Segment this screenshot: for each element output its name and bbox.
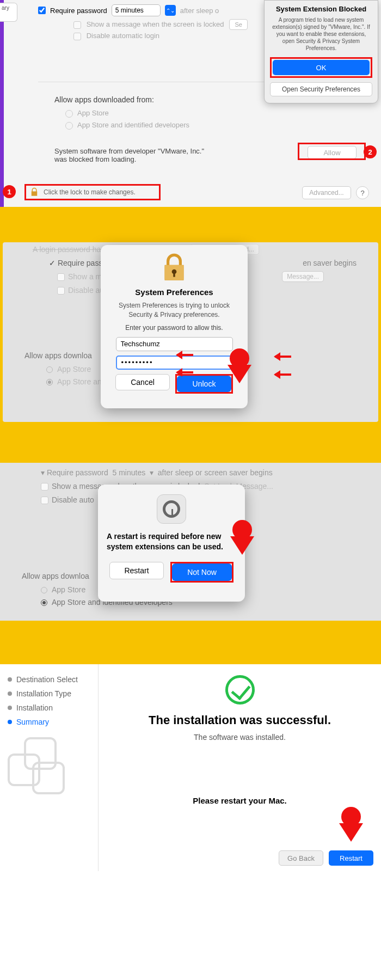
window-edge bbox=[0, 0, 4, 207]
success-heading: The installation was successful. bbox=[109, 713, 370, 727]
highlight-box-unlock: Unlock bbox=[175, 374, 233, 394]
not-now-button[interactable]: Not Now bbox=[172, 564, 232, 581]
require-password-value: 5 minutes bbox=[115, 7, 144, 14]
restart-button[interactable]: Restart bbox=[109, 562, 164, 579]
popup-title: System Extension Blocked bbox=[270, 5, 372, 13]
bg-radio-appstore: App Store bbox=[57, 365, 91, 373]
bg-disable-autologin: Disable auto bbox=[52, 495, 94, 504]
lock-large-icon bbox=[159, 253, 189, 283]
step-installation-type: Installation Type bbox=[8, 689, 90, 698]
highlight-box-ok: OK bbox=[270, 57, 372, 78]
auth-dialog-message: System Preferences is trying to unlock S… bbox=[112, 301, 237, 320]
unlock-button[interactable]: Unlock bbox=[177, 376, 231, 392]
bg-allow-apps-heading: Allow apps downloa bbox=[24, 351, 92, 360]
bg-require-password: Require pass bbox=[58, 259, 103, 267]
system-prefs-icon bbox=[157, 494, 186, 524]
restart-dialog: A restart is required before new system … bbox=[98, 485, 245, 602]
step-destination-select: Destination Select bbox=[8, 675, 90, 684]
step-installation: Installation bbox=[8, 703, 90, 712]
bg-radio-identified: App Store an bbox=[57, 377, 102, 386]
lock-icon bbox=[29, 187, 39, 197]
highlight-box-notnow: Not Now bbox=[170, 562, 233, 583]
advanced-button[interactable]: Advanced... bbox=[302, 186, 351, 199]
cancel-button[interactable]: Cancel bbox=[115, 374, 170, 390]
auth-dialog-title: System Preferences bbox=[101, 287, 248, 297]
sidebar-art bbox=[8, 737, 67, 797]
annotation-pointer-unlock bbox=[226, 348, 253, 392]
success-check-icon bbox=[225, 675, 255, 705]
sidebar-tab-fragment: ary bbox=[0, 3, 17, 22]
help-button[interactable]: ? bbox=[356, 186, 369, 199]
select-stepper-icon[interactable]: ⌃⌄ bbox=[165, 5, 176, 16]
arrow-user bbox=[171, 351, 193, 359]
separator-band bbox=[0, 621, 381, 664]
blocked-software-note: System software from developer "VMware, … bbox=[54, 147, 207, 163]
allow-apps-heading: Allow apps downloaded from: bbox=[54, 95, 154, 104]
show-message-label: Show a message when the screen is locked bbox=[87, 20, 224, 28]
radio-appstore[interactable]: App Store bbox=[65, 109, 109, 118]
bg-allow-heading: Allow apps downloa bbox=[22, 572, 89, 580]
annotation-arrow-username bbox=[269, 353, 291, 360]
installer-summary-panel: Destination Select Installation Type Ins… bbox=[0, 664, 381, 871]
show-message-checkbox[interactable] bbox=[73, 21, 81, 29]
installer-sidebar: Destination Select Installation Type Ins… bbox=[0, 664, 98, 871]
username-field[interactable] bbox=[116, 337, 233, 351]
lock-note: Click the lock to make changes. bbox=[44, 188, 136, 196]
annotation-pointer-restart bbox=[337, 807, 365, 850]
bg-require-password: Require password bbox=[47, 468, 108, 477]
disable-autologin-checkbox[interactable] bbox=[73, 33, 81, 40]
lock-bar[interactable]: Click the lock to make changes. bbox=[24, 184, 161, 200]
extension-blocked-popup: System Extension Blocked A program tried… bbox=[264, 0, 378, 103]
annotation-badge-2: 2 bbox=[364, 145, 377, 158]
ok-button[interactable]: OK bbox=[273, 60, 370, 75]
bg-require-end: en saver begins bbox=[303, 259, 357, 267]
unlock-dialog-panel: A login password has been set for this u… bbox=[0, 207, 381, 463]
restart-dialog-message: A restart is required before new system … bbox=[107, 531, 236, 552]
require-password-checkbox[interactable] bbox=[38, 7, 46, 14]
require-password-label: Require password bbox=[50, 7, 107, 15]
set-lock-message-button[interactable]: Se bbox=[229, 19, 248, 30]
highlight-box-allow bbox=[298, 143, 366, 160]
annotation-badge-1: 1 bbox=[3, 185, 16, 198]
svg-rect-2 bbox=[173, 273, 175, 277]
bg-radio-appstore: App Store bbox=[52, 585, 85, 594]
require-password-suffix: after sleep o bbox=[180, 7, 219, 15]
go-back-button[interactable]: Go Back bbox=[279, 850, 323, 866]
restart-required-panel: ▾ Require password 5 minutes ▾ after sle… bbox=[0, 463, 381, 621]
arrow-pass bbox=[171, 369, 193, 376]
security-privacy-panel: ary Require password 5 minutes ⌃⌄ after … bbox=[0, 0, 381, 207]
success-subtext: The software was installed. bbox=[109, 733, 370, 742]
open-security-prefs-button[interactable]: Open Security Preferences bbox=[270, 82, 372, 96]
bg-message-button: Message... bbox=[282, 271, 324, 282]
annotation-pointer-notnow bbox=[229, 520, 256, 564]
restart-prompt: Please restart your Mac. bbox=[109, 796, 370, 805]
annotation-arrow-password bbox=[269, 371, 291, 378]
step-summary: Summary bbox=[8, 718, 90, 726]
disable-autologin-label: Disable automatic login bbox=[87, 32, 159, 40]
require-password-select[interactable]: 5 minutes bbox=[112, 4, 161, 16]
auth-dialog-prompt: Enter your password to allow this. bbox=[101, 324, 248, 332]
popup-body: A program tried to load new system exten… bbox=[270, 16, 372, 52]
radio-identified-developers[interactable]: App Store and identified developers bbox=[65, 121, 189, 130]
